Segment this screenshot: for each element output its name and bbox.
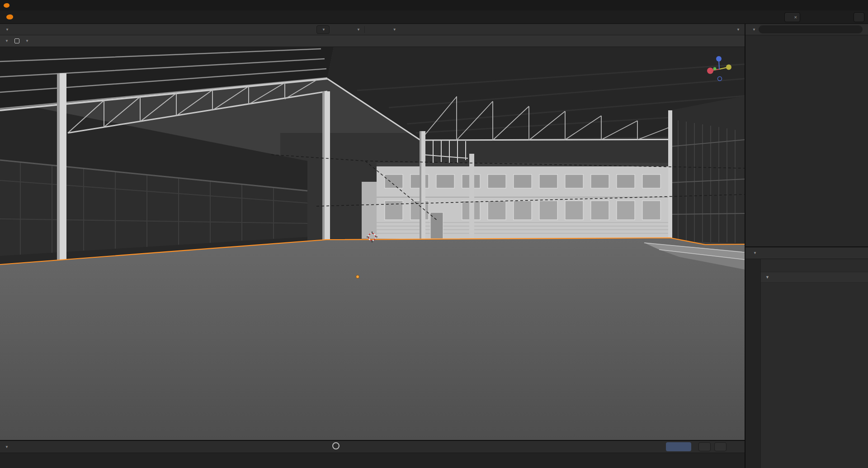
snap-target-icon[interactable]	[333, 25, 341, 33]
gizmo-y-axis	[726, 65, 731, 70]
gizmo-y-neg	[713, 67, 717, 71]
scene-selector[interactable]: ×	[784, 12, 800, 22]
chevron-down-icon: ▼	[5, 445, 9, 449]
chevron-down-icon: ▼	[5, 39, 9, 43]
auto-keying-toggle[interactable]	[332, 442, 340, 449]
chevron-down-icon: ▼	[753, 251, 757, 255]
timeline-fields	[666, 442, 726, 451]
mode-dropdown[interactable]: ▼	[11, 37, 32, 46]
current-frame-field[interactable]	[666, 442, 691, 451]
gizmo-z-axis	[716, 56, 722, 61]
chevron-down-icon: ▼	[5, 28, 9, 32]
tool-settings-bar: ▼ ▼ ▼ ▼ ▼	[0, 24, 745, 35]
outliner: ▼	[745, 24, 868, 246]
viewport-3d[interactable]	[0, 47, 745, 440]
properties-editor: ▼ ▼	[745, 246, 868, 468]
blender-menu-button[interactable]	[4, 10, 15, 24]
gizmo-x-axis	[707, 68, 713, 74]
chevron-down-icon[interactable]: ▼	[393, 28, 396, 32]
titlebar	[0, 0, 868, 10]
outliner-search-input[interactable]	[759, 25, 863, 33]
editor-type-selector[interactable]: ▼	[4, 39, 9, 43]
options-dropdown[interactable]: ▼	[735, 28, 740, 32]
view-layer-selector[interactable]	[854, 12, 864, 22]
active-tool-selector[interactable]: ▼	[3, 28, 9, 32]
properties-content: ▼	[761, 259, 868, 468]
unlink-scene-button[interactable]: ×	[794, 14, 797, 20]
frame-end-field[interactable]	[714, 442, 726, 451]
snap-magnet-icon[interactable]	[344, 25, 352, 33]
chevron-down-icon: ▼	[752, 28, 756, 32]
timeline-header: ▼	[0, 441, 745, 453]
gizmo-z-neg	[718, 77, 722, 81]
object-id-row[interactable]	[761, 261, 868, 272]
viewport-canvas[interactable]	[0, 47, 745, 440]
outliner-tree	[745, 35, 868, 246]
transform-orientation-dropdown[interactable]: ▼	[316, 25, 330, 34]
frame-start-field[interactable]	[698, 442, 711, 451]
topbar: ×	[0, 10, 868, 24]
blender-window: × ▼ ▼ ▼ ▼ ▼	[0, 0, 868, 468]
transform-panel-header[interactable]: ▼	[761, 272, 868, 283]
properties-tabs	[745, 259, 761, 468]
add-workspace-button[interactable]	[22, 10, 31, 24]
snap-settings: ▼ ▼ ▼	[316, 25, 396, 34]
properties-header: ▼	[745, 247, 868, 259]
outliner-header: ▼	[745, 24, 868, 35]
object-origin-icon	[356, 275, 359, 279]
chevron-down-icon: ▼	[25, 39, 29, 43]
chevron-down-icon: ▼	[765, 275, 769, 279]
chevron-down-icon: ▼	[736, 28, 740, 32]
viewport-header: ▼ ▼	[0, 35, 745, 47]
playback-controls	[332, 442, 345, 449]
object-mode-icon	[14, 38, 19, 43]
timeline: ▼	[0, 440, 745, 468]
navigation-gizmo[interactable]	[705, 55, 735, 85]
timeline-editor-selector[interactable]: ▼	[4, 445, 9, 449]
chevron-down-icon: ▼	[322, 28, 326, 32]
timeline-ruler[interactable]	[0, 453, 745, 468]
transform-rows	[761, 283, 868, 289]
chevron-down-icon[interactable]: ▼	[357, 28, 360, 32]
proportional-falloff-icon[interactable]	[380, 25, 388, 33]
blender-logo-icon	[4, 3, 9, 8]
proportional-editing-icon[interactable]	[369, 25, 377, 33]
